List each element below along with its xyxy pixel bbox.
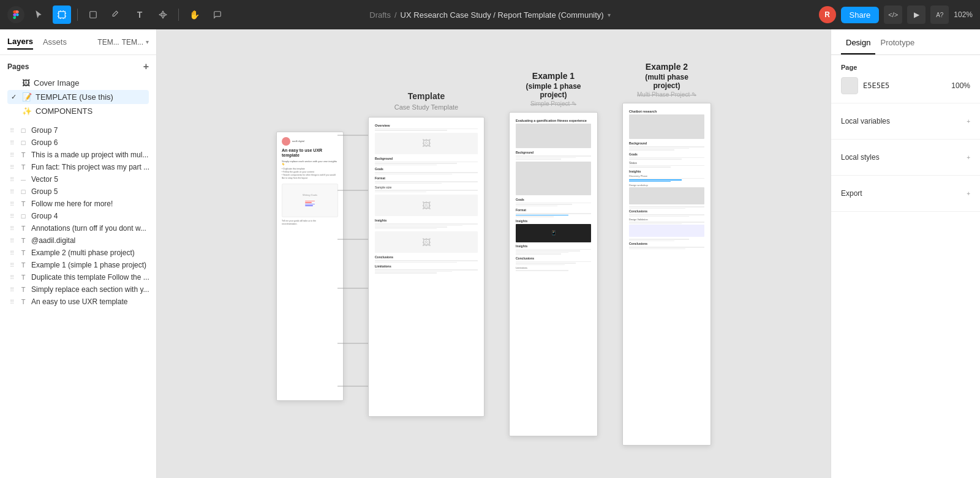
breadcrumb-drafts[interactable]: Drafts	[369, 10, 391, 20]
page-color-value[interactable]: E5E5E5	[863, 81, 889, 90]
page-section: Page E5E5E5 100%	[831, 55, 980, 103]
page-color-row: E5E5E5 100%	[841, 77, 970, 94]
local-styles-section: Local styles +	[831, 140, 980, 176]
play-icon-button[interactable]: ▶	[907, 6, 925, 24]
layer-text-duplicate[interactable]: ⠿ T Duplicate this template Follow the .…	[0, 271, 156, 283]
tab-layers[interactable]: Layers	[7, 34, 33, 50]
template-sublabel: Case Study Template	[394, 103, 458, 111]
toolbar: T ✋ Drafts / UX Research Case Study / Re…	[0, 0, 980, 29]
expand-icon: +	[967, 118, 970, 125]
share-button[interactable]: Share	[841, 7, 880, 23]
local-styles-label: Local styles	[841, 153, 880, 162]
figma-logo[interactable]	[7, 6, 24, 23]
frame-tool[interactable]	[53, 6, 71, 24]
template-frame[interactable]: Overview 🖼 Background Goals Format Sampl…	[368, 117, 484, 417]
tab-design[interactable]: Design	[841, 29, 875, 54]
example2-label: Example 2	[646, 62, 688, 72]
file-name-label: TEM...	[97, 38, 119, 47]
document-name[interactable]: UX Research Case Study / Report Template…	[401, 10, 604, 20]
template-label: Template	[408, 91, 445, 101]
layer-group5[interactable]: ⠿ □ Group 5	[0, 185, 156, 198]
pages-section: Pages + 🖼 Cover Image ✓ 📝 TEMPLATE (Use …	[0, 55, 156, 122]
example1-label: Example 1	[532, 71, 575, 81]
template-frame-group: Template Case Study Template Overview 🖼 …	[368, 91, 484, 417]
right-sidebar: Design Prototype Page E5E5E5 100% Local …	[831, 29, 980, 478]
add-page-button[interactable]: +	[143, 61, 149, 72]
page-opacity-value[interactable]: 100%	[951, 81, 970, 90]
layer-text-follow[interactable]: ⠿ T Follow me here for more!	[0, 198, 156, 210]
layer-text-example1[interactable]: ⠿ T Example 1 (simple 1 phase project)	[0, 259, 156, 271]
right-tabs: Design Prototype	[831, 29, 980, 55]
pages-header: Pages +	[7, 61, 149, 72]
move-tool[interactable]	[29, 6, 48, 24]
local-styles-expand-icon: +	[967, 154, 970, 161]
example2-frame[interactable]: Chatbot research Background Goals Status…	[622, 103, 711, 446]
layer-text-simply[interactable]: ⠿ T Simply replace each section with y..…	[0, 283, 156, 296]
local-styles-item[interactable]: Local styles +	[841, 148, 970, 166]
tab-assets[interactable]: Assets	[43, 35, 67, 49]
pen-tool[interactable]	[107, 6, 126, 24]
cover-frame: aadil.digital An easy to use UXR templat…	[276, 132, 344, 401]
toolbar-right: R Share </> ▶ A? 102%	[819, 6, 973, 24]
layer-text-aadil[interactable]: ⠿ T @aadil.digital	[0, 234, 156, 247]
prototype-icon-button[interactable]: A?	[930, 6, 949, 24]
layer-vector5[interactable]: ⠿ — Vector 5	[0, 173, 156, 185]
export-section: Export +	[831, 176, 980, 212]
hand-tool[interactable]: ✋	[185, 6, 203, 24]
svg-rect-9	[90, 12, 97, 18]
example2-frame-group: Example 2 (multi phaseproject) Multi Pha…	[622, 62, 711, 446]
canvas[interactable]: aadil.digital An easy to use UXR templat…	[157, 29, 831, 478]
document-title: Drafts / UX Research Case Study / Report…	[369, 10, 610, 20]
code-icon-button[interactable]: </>	[884, 6, 902, 24]
comment-tool[interactable]	[208, 6, 227, 24]
layer-text-example2[interactable]: ⠿ T Example 2 (multi phase project)	[0, 247, 156, 259]
left-sidebar: Layers Assets TEM... TEM... ▾ Pages + 🖼 …	[0, 29, 157, 478]
export-label: Export	[841, 189, 862, 198]
page-item-components[interactable]: ✨ COMPONENTS	[7, 104, 149, 118]
export-item[interactable]: Export +	[841, 184, 970, 203]
example1-sublabel: (simple 1 phaseproject)	[526, 82, 581, 99]
example1-frame[interactable]: Evaluating a gamification fitness experi…	[509, 112, 598, 436]
layers-section: ⠿ □ Group 7 ⠿ □ Group 6 ⠿ T This is a ma…	[0, 122, 156, 478]
tab-prototype[interactable]: Prototype	[875, 29, 919, 54]
main-area: Layers Assets TEM... TEM... ▾ Pages + 🖼 …	[0, 29, 980, 478]
page-item-cover[interactable]: 🖼 Cover Image	[7, 76, 149, 90]
shape-tool[interactable]	[84, 6, 102, 24]
layer-text-madeup[interactable]: ⠿ T This is a made up project with mul..…	[0, 149, 156, 161]
layer-text-uxr[interactable]: ⠿ T An easy to use UXR template	[0, 296, 156, 308]
pages-title: Pages	[7, 62, 29, 71]
dropdown-chevron-icon[interactable]: ▾	[608, 12, 611, 18]
example1-frame-group: Example 1 (simple 1 phaseproject) Simple…	[509, 71, 598, 436]
page-color-swatch[interactable]	[841, 77, 858, 94]
export-expand-icon: +	[967, 190, 970, 197]
file-chevron-icon[interactable]: ▾	[146, 39, 149, 45]
layer-group6[interactable]: ⠿ □ Group 6	[0, 136, 156, 149]
file-name-text: TEM...	[122, 38, 143, 47]
example2-sublabel: (multi phaseproject)	[645, 73, 688, 90]
local-variables-item[interactable]: Local variables +	[841, 112, 970, 130]
layer-group7[interactable]: ⠿ □ Group 7	[0, 124, 156, 136]
local-variables-label: Local variables	[841, 117, 890, 125]
example2-subhead: Multi Phase Project ✎	[637, 91, 696, 98]
layer-group4[interactable]: ⠿ □ Group 4	[0, 210, 156, 222]
page-item-template[interactable]: ✓ 📝 TEMPLATE (Use this)	[7, 90, 149, 104]
breadcrumb-separator: /	[394, 10, 397, 20]
layer-text-annotations[interactable]: ⠿ T Annotations (turn off if you dont w.…	[0, 222, 156, 234]
layer-text-funfact[interactable]: ⠿ T Fun fact: This project was my part .…	[0, 161, 156, 173]
sidebar-tabs: Layers Assets TEM... TEM... ▾	[0, 29, 156, 55]
example1-subhead: Simple Project ✎	[530, 100, 576, 107]
user-avatar: R	[819, 6, 836, 23]
zoom-level[interactable]: 102%	[954, 10, 973, 19]
svg-rect-0	[59, 12, 66, 18]
text-tool[interactable]: T	[130, 6, 149, 24]
page-section-title: Page	[841, 64, 970, 71]
local-variables-section: Local variables +	[831, 103, 980, 140]
component-tool[interactable]	[154, 6, 172, 24]
